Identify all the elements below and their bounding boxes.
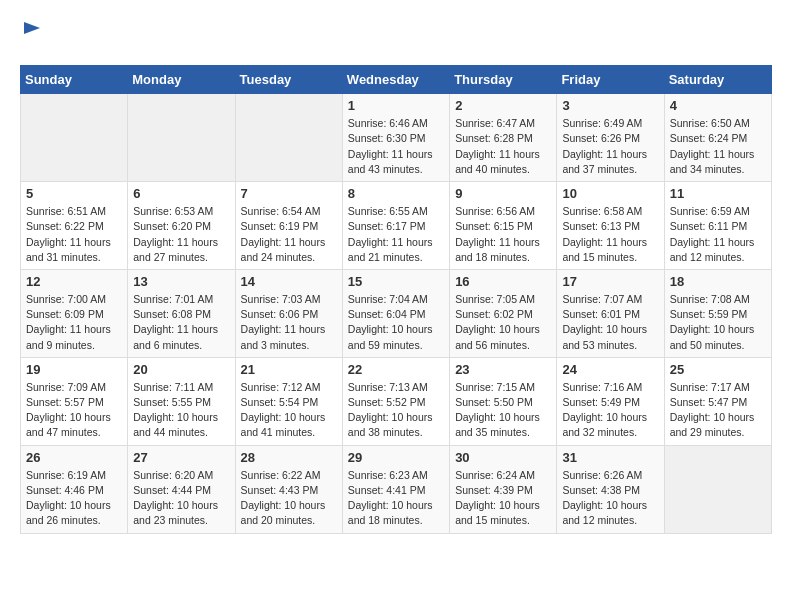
day-info: Sunrise: 7:04 AM Sunset: 6:04 PM Dayligh… bbox=[348, 292, 444, 353]
day-info: Sunrise: 6:55 AM Sunset: 6:17 PM Dayligh… bbox=[348, 204, 444, 265]
day-number: 3 bbox=[562, 98, 658, 113]
day-number: 14 bbox=[241, 274, 337, 289]
weekday-header-saturday: Saturday bbox=[664, 66, 771, 94]
day-info: Sunrise: 6:51 AM Sunset: 6:22 PM Dayligh… bbox=[26, 204, 122, 265]
day-info: Sunrise: 7:00 AM Sunset: 6:09 PM Dayligh… bbox=[26, 292, 122, 353]
calendar-cell: 6Sunrise: 6:53 AM Sunset: 6:20 PM Daylig… bbox=[128, 182, 235, 270]
calendar-cell: 1Sunrise: 6:46 AM Sunset: 6:30 PM Daylig… bbox=[342, 94, 449, 182]
day-number: 11 bbox=[670, 186, 766, 201]
day-info: Sunrise: 7:16 AM Sunset: 5:49 PM Dayligh… bbox=[562, 380, 658, 441]
day-number: 31 bbox=[562, 450, 658, 465]
day-info: Sunrise: 6:49 AM Sunset: 6:26 PM Dayligh… bbox=[562, 116, 658, 177]
day-info: Sunrise: 7:01 AM Sunset: 6:08 PM Dayligh… bbox=[133, 292, 229, 353]
weekday-header-sunday: Sunday bbox=[21, 66, 128, 94]
day-number: 24 bbox=[562, 362, 658, 377]
day-info: Sunrise: 7:03 AM Sunset: 6:06 PM Dayligh… bbox=[241, 292, 337, 353]
calendar-cell: 13Sunrise: 7:01 AM Sunset: 6:08 PM Dayli… bbox=[128, 269, 235, 357]
calendar-cell: 24Sunrise: 7:16 AM Sunset: 5:49 PM Dayli… bbox=[557, 357, 664, 445]
calendar-cell: 19Sunrise: 7:09 AM Sunset: 5:57 PM Dayli… bbox=[21, 357, 128, 445]
calendar-table: SundayMondayTuesdayWednesdayThursdayFrid… bbox=[20, 65, 772, 533]
day-info: Sunrise: 6:54 AM Sunset: 6:19 PM Dayligh… bbox=[241, 204, 337, 265]
calendar-cell bbox=[235, 94, 342, 182]
day-info: Sunrise: 7:05 AM Sunset: 6:02 PM Dayligh… bbox=[455, 292, 551, 353]
weekday-header-friday: Friday bbox=[557, 66, 664, 94]
day-number: 6 bbox=[133, 186, 229, 201]
day-info: Sunrise: 6:46 AM Sunset: 6:30 PM Dayligh… bbox=[348, 116, 444, 177]
logo bbox=[20, 20, 42, 49]
page-header bbox=[20, 20, 772, 49]
calendar-week-row: 19Sunrise: 7:09 AM Sunset: 5:57 PM Dayli… bbox=[21, 357, 772, 445]
calendar-cell: 18Sunrise: 7:08 AM Sunset: 5:59 PM Dayli… bbox=[664, 269, 771, 357]
day-number: 16 bbox=[455, 274, 551, 289]
calendar-cell: 20Sunrise: 7:11 AM Sunset: 5:55 PM Dayli… bbox=[128, 357, 235, 445]
calendar-cell: 9Sunrise: 6:56 AM Sunset: 6:15 PM Daylig… bbox=[450, 182, 557, 270]
calendar-cell: 7Sunrise: 6:54 AM Sunset: 6:19 PM Daylig… bbox=[235, 182, 342, 270]
day-info: Sunrise: 6:56 AM Sunset: 6:15 PM Dayligh… bbox=[455, 204, 551, 265]
day-info: Sunrise: 6:59 AM Sunset: 6:11 PM Dayligh… bbox=[670, 204, 766, 265]
day-number: 1 bbox=[348, 98, 444, 113]
day-number: 7 bbox=[241, 186, 337, 201]
weekday-header-monday: Monday bbox=[128, 66, 235, 94]
calendar-cell: 16Sunrise: 7:05 AM Sunset: 6:02 PM Dayli… bbox=[450, 269, 557, 357]
day-info: Sunrise: 6:19 AM Sunset: 4:46 PM Dayligh… bbox=[26, 468, 122, 529]
day-info: Sunrise: 6:26 AM Sunset: 4:38 PM Dayligh… bbox=[562, 468, 658, 529]
day-number: 29 bbox=[348, 450, 444, 465]
day-number: 18 bbox=[670, 274, 766, 289]
day-number: 23 bbox=[455, 362, 551, 377]
day-info: Sunrise: 6:50 AM Sunset: 6:24 PM Dayligh… bbox=[670, 116, 766, 177]
day-number: 27 bbox=[133, 450, 229, 465]
svg-marker-0 bbox=[24, 22, 40, 34]
day-number: 30 bbox=[455, 450, 551, 465]
day-number: 28 bbox=[241, 450, 337, 465]
weekday-header-row: SundayMondayTuesdayWednesdayThursdayFrid… bbox=[21, 66, 772, 94]
day-info: Sunrise: 7:07 AM Sunset: 6:01 PM Dayligh… bbox=[562, 292, 658, 353]
calendar-cell: 29Sunrise: 6:23 AM Sunset: 4:41 PM Dayli… bbox=[342, 445, 449, 533]
calendar-cell: 22Sunrise: 7:13 AM Sunset: 5:52 PM Dayli… bbox=[342, 357, 449, 445]
calendar-cell bbox=[664, 445, 771, 533]
day-number: 15 bbox=[348, 274, 444, 289]
day-number: 19 bbox=[26, 362, 122, 377]
day-info: Sunrise: 7:13 AM Sunset: 5:52 PM Dayligh… bbox=[348, 380, 444, 441]
day-info: Sunrise: 7:15 AM Sunset: 5:50 PM Dayligh… bbox=[455, 380, 551, 441]
day-info: Sunrise: 7:17 AM Sunset: 5:47 PM Dayligh… bbox=[670, 380, 766, 441]
day-number: 10 bbox=[562, 186, 658, 201]
day-info: Sunrise: 7:12 AM Sunset: 5:54 PM Dayligh… bbox=[241, 380, 337, 441]
calendar-cell: 26Sunrise: 6:19 AM Sunset: 4:46 PM Dayli… bbox=[21, 445, 128, 533]
calendar-cell: 27Sunrise: 6:20 AM Sunset: 4:44 PM Dayli… bbox=[128, 445, 235, 533]
calendar-cell bbox=[128, 94, 235, 182]
calendar-cell: 12Sunrise: 7:00 AM Sunset: 6:09 PM Dayli… bbox=[21, 269, 128, 357]
day-number: 26 bbox=[26, 450, 122, 465]
calendar-week-row: 5Sunrise: 6:51 AM Sunset: 6:22 PM Daylig… bbox=[21, 182, 772, 270]
day-number: 8 bbox=[348, 186, 444, 201]
day-info: Sunrise: 6:20 AM Sunset: 4:44 PM Dayligh… bbox=[133, 468, 229, 529]
calendar-week-row: 26Sunrise: 6:19 AM Sunset: 4:46 PM Dayli… bbox=[21, 445, 772, 533]
calendar-cell: 14Sunrise: 7:03 AM Sunset: 6:06 PM Dayli… bbox=[235, 269, 342, 357]
calendar-cell: 10Sunrise: 6:58 AM Sunset: 6:13 PM Dayli… bbox=[557, 182, 664, 270]
calendar-cell: 8Sunrise: 6:55 AM Sunset: 6:17 PM Daylig… bbox=[342, 182, 449, 270]
day-number: 13 bbox=[133, 274, 229, 289]
day-number: 21 bbox=[241, 362, 337, 377]
day-info: Sunrise: 6:23 AM Sunset: 4:41 PM Dayligh… bbox=[348, 468, 444, 529]
day-number: 25 bbox=[670, 362, 766, 377]
day-number: 5 bbox=[26, 186, 122, 201]
weekday-header-thursday: Thursday bbox=[450, 66, 557, 94]
calendar-cell: 21Sunrise: 7:12 AM Sunset: 5:54 PM Dayli… bbox=[235, 357, 342, 445]
day-number: 22 bbox=[348, 362, 444, 377]
calendar-cell: 17Sunrise: 7:07 AM Sunset: 6:01 PM Dayli… bbox=[557, 269, 664, 357]
weekday-header-tuesday: Tuesday bbox=[235, 66, 342, 94]
day-info: Sunrise: 6:53 AM Sunset: 6:20 PM Dayligh… bbox=[133, 204, 229, 265]
logo-flag-icon bbox=[22, 20, 42, 40]
calendar-cell: 3Sunrise: 6:49 AM Sunset: 6:26 PM Daylig… bbox=[557, 94, 664, 182]
calendar-cell: 25Sunrise: 7:17 AM Sunset: 5:47 PM Dayli… bbox=[664, 357, 771, 445]
calendar-cell: 28Sunrise: 6:22 AM Sunset: 4:43 PM Dayli… bbox=[235, 445, 342, 533]
day-info: Sunrise: 6:58 AM Sunset: 6:13 PM Dayligh… bbox=[562, 204, 658, 265]
day-info: Sunrise: 6:22 AM Sunset: 4:43 PM Dayligh… bbox=[241, 468, 337, 529]
day-number: 20 bbox=[133, 362, 229, 377]
calendar-cell: 2Sunrise: 6:47 AM Sunset: 6:28 PM Daylig… bbox=[450, 94, 557, 182]
weekday-header-wednesday: Wednesday bbox=[342, 66, 449, 94]
calendar-cell: 11Sunrise: 6:59 AM Sunset: 6:11 PM Dayli… bbox=[664, 182, 771, 270]
day-number: 4 bbox=[670, 98, 766, 113]
day-number: 9 bbox=[455, 186, 551, 201]
calendar-cell: 5Sunrise: 6:51 AM Sunset: 6:22 PM Daylig… bbox=[21, 182, 128, 270]
day-info: Sunrise: 7:11 AM Sunset: 5:55 PM Dayligh… bbox=[133, 380, 229, 441]
